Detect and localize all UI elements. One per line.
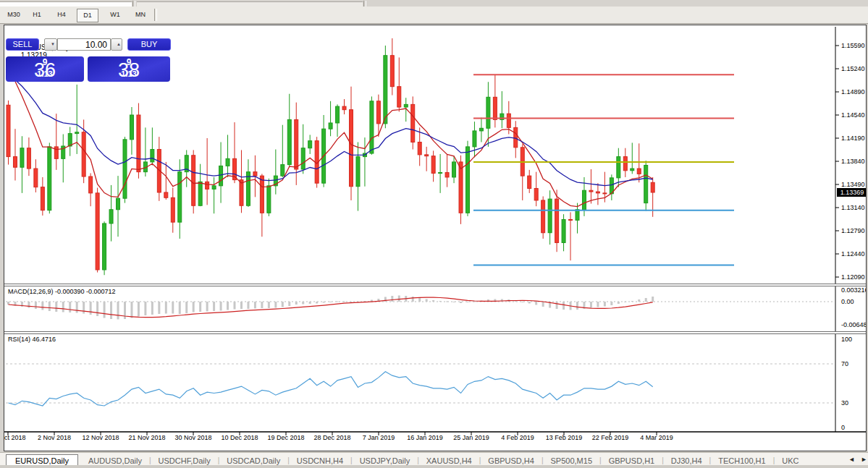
price-chart[interactable]: [4, 25, 866, 451]
candle-up: [48, 147, 51, 210]
symbol-tab-xauusd[interactable]: XAUUSD,H4: [419, 456, 479, 465]
candle-down: [411, 104, 415, 142]
candle-up: [473, 131, 476, 147]
candle-up: [198, 182, 202, 205]
candle-down: [623, 157, 627, 171]
symbol-tab-usdjpy[interactable]: USDJPY,Daily: [353, 456, 418, 465]
macd-histogram-bar: [240, 302, 243, 309]
buy-price-panel[interactable]: 1.13389: [88, 56, 170, 82]
sell-button[interactable]: SELL: [6, 38, 39, 51]
macd-axis-label: -0.006485: [841, 321, 867, 328]
volume-increase-button[interactable]: ▲: [111, 38, 122, 51]
candle-down: [260, 176, 264, 213]
macd-histogram-bar: [247, 302, 249, 309]
macd-histogram-bar: [69, 302, 71, 312]
candle-down: [295, 119, 298, 169]
volume-input[interactable]: [57, 38, 111, 51]
candle-down: [555, 199, 559, 242]
symbol-tab-dj30[interactable]: DJ30,H4: [664, 456, 709, 465]
macd-histogram-bar: [610, 302, 612, 305]
symbol-tab-usdcad[interactable]: USDCAD,Daily: [219, 456, 287, 465]
rsi-line: [9, 372, 653, 406]
candle-up: [226, 158, 229, 166]
macd-histogram-bar: [473, 302, 476, 302]
candle-down: [13, 157, 17, 168]
candle-down: [41, 187, 44, 210]
macd-histogram-bar: [295, 302, 298, 305]
symbol-tab-gbpusd[interactable]: GBPUSD,H4: [481, 456, 542, 465]
tabs-scroll-right-icon[interactable]: ►: [861, 456, 867, 463]
candle-down: [507, 114, 510, 127]
symbol-tab-gbpusd[interactable]: GBPUSD,H1: [602, 456, 662, 465]
candle-up: [212, 186, 216, 190]
candle-up: [465, 147, 469, 213]
symbol-tab-usdcnh[interactable]: USDCNH,H4: [290, 456, 350, 465]
macd-histogram-bar: [638, 299, 640, 302]
symbol-tab-usdchf[interactable]: USDCHF,Daily: [151, 456, 218, 465]
macd-histogram-bar: [83, 302, 85, 314]
timeframe-button-d1[interactable]: D1: [77, 9, 98, 22]
candle-up: [548, 199, 552, 233]
macd-histogram-bar: [302, 302, 304, 305]
macd-histogram-bar: [556, 302, 558, 309]
macd-histogram-bar: [220, 302, 222, 311]
sell-price-panel[interactable]: 1.13369: [6, 56, 84, 82]
candle-up: [308, 141, 312, 148]
symbol-tab-sp500[interactable]: SP500,M15: [544, 456, 599, 465]
macd-histogram-bar: [350, 302, 353, 302]
candle-up: [219, 166, 223, 185]
timeframe-toolbar: M30H1H4D1W1MN: [0, 7, 868, 24]
rsi-axis-label: 0: [841, 424, 867, 431]
candle-down: [418, 142, 421, 154]
trading-platform-window: M30H1H4D1W1MN ▲ EURUSD,Daily 1.13219 1.1…: [0, 0, 868, 468]
macd-histogram-bar: [466, 302, 468, 302]
price-axis-label: 1.13840: [841, 158, 867, 165]
candle-up: [287, 119, 291, 164]
macd-histogram-bar: [274, 302, 277, 308]
macd-histogram-bar: [343, 302, 345, 302]
candle-down: [445, 173, 449, 177]
macd-histogram-bar: [309, 302, 311, 304]
candle-down: [137, 115, 140, 172]
buy-button[interactable]: BUY: [127, 38, 171, 51]
candle-up: [617, 157, 620, 178]
macd-histogram-bar: [130, 302, 132, 318]
timeframe-button-w1[interactable]: W1: [106, 9, 124, 21]
timeframe-button-mn[interactable]: MN: [132, 9, 149, 21]
tabs-scroll-left-icon[interactable]: ◄: [848, 456, 855, 463]
candle-down: [569, 219, 573, 220]
symbol-tab-tech100[interactable]: TECH100,H1: [711, 456, 772, 465]
timeframe-button-m30[interactable]: M30: [3, 9, 25, 21]
candle-down: [390, 56, 394, 87]
macd-label: MACD(12,26,9) -0.000390 -0.000712: [8, 288, 116, 295]
macd-histogram-bar: [535, 302, 537, 305]
rsi-axis-label: 100: [841, 336, 867, 343]
macd-histogram-bar: [234, 302, 236, 310]
macd-histogram-bar: [562, 302, 565, 310]
symbol-tab-audusd[interactable]: AUDUSD,Daily: [81, 456, 149, 465]
candle-up: [479, 128, 483, 131]
candle-down: [425, 155, 429, 156]
volume-decrease-button[interactable]: ▼: [44, 38, 57, 51]
macd-histogram-bar: [213, 302, 215, 311]
price-axis-label: 1.12090: [841, 273, 867, 281]
macd-histogram-bar: [41, 302, 43, 310]
macd-histogram-bar: [268, 302, 270, 308]
macd-histogram-bar: [652, 297, 654, 302]
candle-up: [178, 172, 182, 222]
timeframe-button-h1[interactable]: H1: [29, 9, 45, 21]
candle-up: [452, 162, 456, 177]
macd-histogram-bar: [337, 302, 339, 302]
macd-histogram-bar: [96, 302, 98, 316]
macd-histogram-bar: [363, 301, 366, 302]
timeframe-button-h4[interactable]: H4: [54, 9, 69, 21]
macd-histogram-bar: [398, 296, 400, 302]
toolbar-inset: [0, 1, 132, 7]
candle-down: [514, 127, 518, 147]
candle-up: [336, 106, 340, 123]
symbol-tab-ukc[interactable]: UKC: [775, 456, 806, 465]
pane-splitter[interactable]: [4, 284, 866, 286]
pane-splitter[interactable]: [4, 331, 866, 334]
candle-down: [603, 193, 607, 194]
candle-down: [596, 192, 599, 193]
